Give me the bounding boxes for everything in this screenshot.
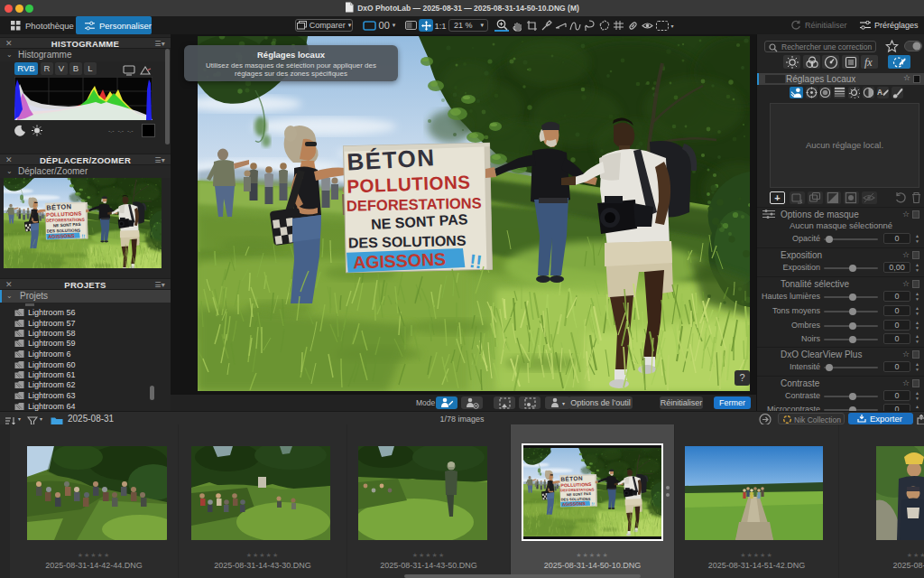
svg-text:DEFORESTATIONS: DEFORESTATIONS	[346, 195, 482, 214]
svg-text:A: A	[877, 88, 882, 97]
svg-text:BÉTON: BÉTON	[346, 144, 437, 175]
svg-text:fx: fx	[864, 56, 873, 69]
svg-text:!!: !!	[468, 250, 484, 272]
svg-text:DES SOLUTIONS: DES SOLUTIONS	[348, 233, 467, 251]
svg-text:AGISSONS: AGISSONS	[353, 249, 447, 273]
